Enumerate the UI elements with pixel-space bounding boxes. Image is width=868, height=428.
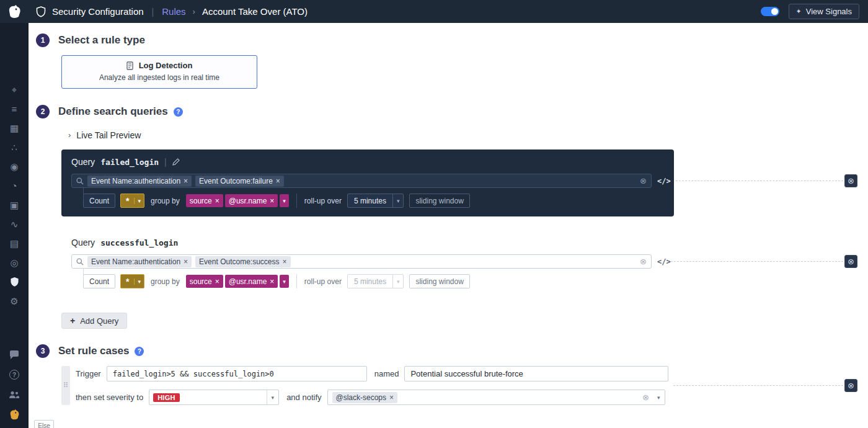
remove-tag-icon[interactable]: × [276, 176, 280, 186]
remove-tag-icon[interactable]: × [184, 257, 188, 267]
group-by-tag[interactable]: @usr.name × [225, 194, 278, 207]
metrics-icon[interactable]: ∿ [0, 215, 29, 234]
rollup-interval-dropdown[interactable]: 5 minutes ▾ [347, 194, 404, 208]
step1-title: Select a rule type [58, 34, 145, 47]
code-view-icon[interactable]: </> [657, 257, 671, 266]
query1-measure-row: Count * ▾ group by source × @usr.name × … [83, 194, 670, 208]
view-signals-button[interactable]: ✦ View Signals [789, 4, 859, 19]
query1-title-row: Query failed_login | [71, 156, 670, 167]
remove-tag-icon[interactable]: × [215, 197, 219, 205]
watchdog-icon[interactable]: ⌖ [0, 80, 29, 99]
events-icon[interactable]: ≡ [0, 99, 29, 118]
datadog-dog-icon [6, 4, 22, 19]
datadog-bits-icon[interactable] [0, 404, 29, 424]
trigger-input[interactable]: failed_login>5 && successful_login>0 [107, 366, 367, 381]
rollup-interval-dropdown-disabled[interactable]: 5 minutes ▾ [347, 274, 404, 288]
remove-query-button[interactable]: ⊗ [844, 255, 857, 268]
rule-enabled-toggle[interactable] [761, 7, 779, 16]
drag-handle-icon[interactable]: ⠿ [61, 366, 70, 405]
datadog-logo[interactable] [0, 4, 29, 19]
chat-icon[interactable] [0, 345, 29, 365]
search-tag[interactable]: Event Outcome:success × [195, 256, 290, 267]
live-tail-preview-toggle[interactable]: › Live Tail Preview [68, 130, 868, 140]
rollup-label: roll-up over [304, 277, 342, 286]
notify-label: and notify [286, 393, 321, 402]
signals-icon: ✦ [796, 7, 802, 16]
search-tag[interactable]: Event Outcome:failure × [195, 176, 284, 187]
edit-query-icon[interactable] [172, 158, 180, 166]
severity-dropdown[interactable]: HIGH ▾ [149, 390, 279, 405]
main-content: 1 Select a rule type Log Detection Analy… [29, 23, 868, 428]
team-icon[interactable] [0, 385, 29, 404]
remove-tag-icon[interactable]: × [283, 257, 287, 267]
remove-tag-icon[interactable]: × [270, 277, 274, 286]
group-by-tag[interactable]: source × [186, 275, 223, 288]
group-by-tag[interactable]: @usr.name × [225, 275, 278, 288]
plus-icon: + [70, 316, 75, 326]
apm-icon[interactable]: ◔ [0, 176, 29, 195]
rule-type-log-detection-card[interactable]: Log Detection Analyze all ingested logs … [61, 55, 257, 89]
caret-down-icon: ▾ [134, 198, 144, 204]
named-label: named [374, 369, 399, 378]
step2-number-badge: 2 [36, 105, 50, 118]
clear-notify-icon[interactable]: ⊗ [642, 393, 649, 402]
count-field-dropdown[interactable]: * ▾ [120, 274, 144, 288]
monitors-icon[interactable]: ◉ [0, 157, 29, 176]
logs-icon[interactable]: ◎ [0, 253, 29, 272]
dashboards-icon[interactable]: ▦ [0, 118, 29, 138]
breadcrumb-chevron-icon: › [193, 7, 195, 16]
rule-type-title-row: Log Detection [68, 61, 250, 70]
code-view-icon[interactable]: </> [657, 177, 671, 185]
step2-header: 2 Define search queries ? [36, 105, 868, 118]
remove-tag-icon[interactable]: × [184, 176, 188, 186]
processes-icon[interactable]: ∴ [0, 138, 29, 157]
remove-query-button[interactable]: ⊗ [844, 174, 857, 187]
remove-tag-icon[interactable]: × [389, 393, 394, 403]
query2-search-input[interactable]: Event Name:authentication × Event Outcom… [71, 254, 652, 269]
count-field-dropdown[interactable]: * ▾ [120, 194, 144, 208]
sliding-window-toggle[interactable]: sliding window [409, 194, 469, 208]
connector-line [671, 261, 843, 262]
sliding-window-toggle[interactable]: sliding window [409, 274, 469, 288]
group-by-caret-icon[interactable]: ▾ [280, 194, 289, 207]
nav-sidebar: ⌖ ≡ ▦ ∴ ◉ ◔ ▣ ∿ ▤ ◎ ⚙ ? [0, 23, 29, 428]
search-icon [76, 177, 84, 185]
remove-tag-icon[interactable]: × [270, 197, 274, 205]
group-by-tag[interactable]: source × [186, 194, 223, 207]
search-tag[interactable]: Event Name:authentication × [87, 176, 192, 187]
query1-name: failed_login [100, 158, 159, 167]
query1-search-input[interactable]: Event Name:authentication × Event Outcom… [71, 174, 652, 188]
query2-measure-row: Count * ▾ group by source × @usr.name × … [83, 274, 666, 288]
search-icon [76, 258, 84, 265]
step2-title: Define search queries [58, 105, 168, 118]
severity-row: then set severity to HIGH ▾ and notify @… [76, 390, 668, 405]
nav-bottom-icons: ? [0, 345, 29, 424]
clear-search-icon[interactable]: ⊗ [640, 257, 647, 266]
notebooks-icon[interactable]: ▤ [0, 234, 29, 253]
step2-info-icon[interactable]: ? [174, 107, 183, 117]
case-name-input[interactable]: Potential successful brute-force [404, 366, 668, 381]
count-selector[interactable]: Count [83, 194, 115, 208]
notify-tag[interactable]: @slack-secops × [332, 392, 398, 403]
security-nav-icon[interactable] [0, 272, 29, 292]
step3-info-icon[interactable]: ? [135, 347, 144, 356]
rule-type-subtitle: Analyze all ingested logs in real time [68, 73, 250, 82]
add-query-button[interactable]: + Add Query [61, 313, 127, 329]
divider [296, 194, 297, 208]
help-icon[interactable]: ? [0, 365, 29, 385]
caret-down-icon: ▾ [267, 390, 279, 404]
settings-icon[interactable]: ⚙ [0, 292, 29, 311]
notify-input[interactable]: @slack-secops × ⊗ ▾ [327, 390, 665, 405]
breadcrumb-rules-link[interactable]: Rules [162, 6, 185, 17]
caret-down-icon[interactable]: ▾ [657, 395, 660, 401]
breadcrumb-current: Account Take Over (ATO) [202, 6, 308, 17]
topbar-right: ✦ View Signals [761, 4, 868, 19]
group-by-caret-icon[interactable]: ▾ [280, 275, 289, 288]
remove-case-button[interactable]: ⊗ [844, 379, 857, 392]
infrastructure-icon[interactable]: ▣ [0, 195, 29, 215]
clear-search-icon[interactable]: ⊗ [640, 176, 647, 185]
page: Security Configuration | Rules › Account… [0, 0, 868, 428]
remove-tag-icon[interactable]: × [215, 277, 219, 286]
count-selector[interactable]: Count [83, 274, 115, 288]
search-tag[interactable]: Event Name:authentication × [87, 256, 192, 267]
